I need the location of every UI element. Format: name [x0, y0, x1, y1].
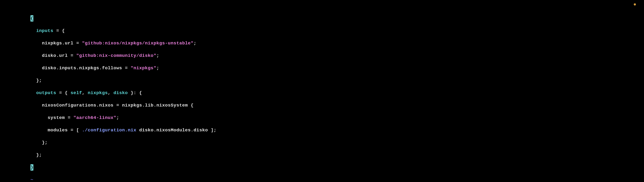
code-line: nixpkgs.url = "github:nixos/nixpkgs/nixp… [30, 40, 644, 46]
code-line: }; [30, 77, 644, 83]
cursor-block: } [30, 164, 33, 170]
string-literal: "github:nixos/nixpkgs/nixpkgs-unstable" [82, 41, 194, 46]
code-line: { [30, 15, 644, 22]
code-editor[interactable]: { inputs = { nixpkgs.url = "github:nixos… [0, 0, 644, 182]
string-literal: "aarch64-linux" [73, 115, 116, 120]
code-line: }; [30, 139, 644, 146]
string-literal: "github:nix-community/disko" [76, 53, 156, 58]
cursor-block: { [30, 15, 33, 22]
keyword-outputs: outputs [36, 90, 56, 96]
code-line: modules = [ ./configuration.nix disko.ni… [30, 127, 644, 133]
code-line: nixosConfigurations.nixos = nixpkgs.lib.… [30, 102, 644, 109]
path-literal: ./configuration.nix [82, 128, 136, 133]
code-line: system = "aarch64-linux"; [30, 115, 644, 121]
code-line: outputs = { self, nixpkgs, disko }: { [30, 90, 644, 96]
code-line: disko.inputs.nixpkgs.follows = "nixpkgs"… [30, 65, 644, 71]
tilde-icon: ~ [30, 177, 33, 182]
string-literal: "nixpkgs" [131, 65, 156, 71]
empty-line-tilde: ~ [30, 177, 644, 182]
code-line: }; [30, 152, 644, 158]
code-line: } [30, 164, 644, 170]
code-line: disko.url = "github:nix-community/disko"… [30, 53, 644, 59]
code-line: inputs = { [30, 28, 644, 34]
keyword-inputs: inputs [36, 28, 53, 33]
